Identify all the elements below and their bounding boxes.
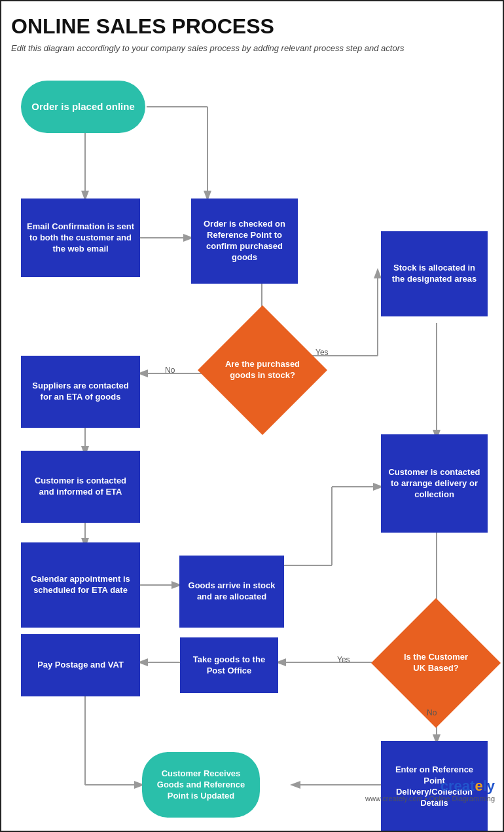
footer: creately www.creately.com • Online Diagr… [365, 778, 495, 803]
brand-accent: e [475, 778, 482, 794]
node-customer-informed: Customer is contacted and informed of ET… [21, 451, 140, 523]
page-subtitle: Edit this diagram accordingly to your co… [11, 43, 456, 54]
label-yes-2: Yes [337, 655, 350, 664]
label-yes-1: Yes [315, 348, 329, 357]
brand-logo: creately [365, 778, 495, 795]
label-no-2: No [427, 708, 437, 717]
flowchart: Order is placed online Email Confirmatio… [11, 67, 495, 801]
node-take-goods: Take goods to the Post Office [180, 637, 278, 693]
node-suppliers: Suppliers are contacted for an ETA of go… [21, 356, 140, 428]
node-calendar: Calendar appointment is scheduled for ET… [21, 542, 140, 628]
page-title: ONLINE SALES PROCESS [11, 14, 493, 39]
node-stock-allocated: Stock is allocated in the designated are… [381, 231, 488, 316]
node-order-checked: Order is checked on Reference Point to c… [191, 199, 298, 284]
node-pay-postage: Pay Postage and VAT [21, 634, 140, 696]
node-email-confirmation: Email Confirmation is sent to both the c… [21, 199, 140, 277]
footer-url: www.creately.com • Online Diagramming [365, 795, 495, 803]
node-diamond-stock: Are the purchased goods in stock? [214, 322, 311, 419]
label-no-1: No [165, 366, 175, 375]
node-goods-arrive: Goods arrive in stock and are allocated [179, 556, 284, 628]
node-customer-receives: Customer Receives Goods and Reference Po… [142, 752, 260, 818]
node-customer-arrange: Customer is contacted to arrange deliver… [381, 434, 488, 533]
node-diamond-uk: Is the Customer UK Based? [387, 615, 484, 711]
node-order-placed: Order is placed online [21, 81, 145, 133]
